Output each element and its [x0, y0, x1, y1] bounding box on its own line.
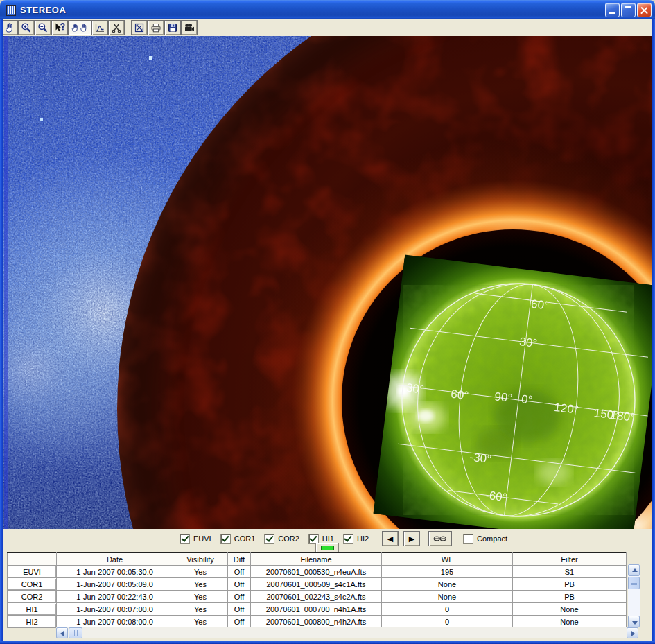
- titlebar[interactable]: STEREOA: [0, 0, 655, 19]
- print-button[interactable]: [148, 20, 164, 35]
- table-row-cor2: COR21-Jun-2007 00:22:43.0YesOff20070601_…: [8, 591, 627, 603]
- cell-cor2-date: 1-Jun-2007 00:22:43.0: [57, 591, 173, 603]
- window-border-bottom: [0, 641, 655, 644]
- cor1-checkbox[interactable]: [220, 534, 231, 544]
- pan-both-hands-button[interactable]: [68, 20, 91, 35]
- cell-euvi-wl: 195: [382, 566, 513, 578]
- column-header-filter: Filter: [513, 553, 627, 566]
- grid-label: 0°: [521, 392, 533, 407]
- scissors-icon: [111, 22, 122, 33]
- floppy-disk-icon: [167, 22, 178, 33]
- row-header-hi2[interactable]: HI2: [8, 616, 57, 628]
- vscroll-up-button[interactable]: [628, 564, 640, 576]
- table-hscrollbar[interactable]: [56, 627, 638, 638]
- hscroll-thumb[interactable]: [69, 627, 82, 638]
- column-header-filename: Filename: [251, 553, 382, 566]
- down-arrow-icon: [632, 621, 638, 625]
- hscroll-left-button[interactable]: [56, 627, 68, 638]
- cor1-label: COR1: [234, 534, 256, 543]
- vscroll-down-button[interactable]: [628, 616, 640, 627]
- table-corner: [8, 553, 57, 566]
- profile-plot-button[interactable]: [91, 20, 108, 35]
- minimize-icon: [609, 12, 615, 14]
- prev-frame-button[interactable]: ◀: [382, 531, 399, 546]
- vscroll-thumb[interactable]: [628, 577, 640, 589]
- row-header-cor1[interactable]: COR1: [8, 578, 57, 591]
- instrument-toggle-hi2[interactable]: HI2: [343, 534, 369, 544]
- expand-box-icon: [134, 22, 145, 33]
- cor2-label: COR2: [278, 534, 299, 543]
- pan-hand-button[interactable]: [1, 20, 18, 35]
- row-header-cor2[interactable]: COR2: [8, 591, 57, 603]
- grid-label: -30°: [469, 451, 492, 467]
- chain-link-button[interactable]: [428, 531, 452, 546]
- save-button[interactable]: [164, 20, 181, 35]
- minimize-button[interactable]: [605, 3, 620, 17]
- close-button[interactable]: [637, 3, 652, 17]
- composite-solar-image[interactable]: 60°30°90°0°-30°-60°30°60°120°150°180°: [3, 36, 652, 529]
- movie-button[interactable]: [181, 20, 198, 35]
- right-arrow-icon: [631, 631, 635, 636]
- grid-label: 90°: [494, 390, 513, 405]
- check-icon: [181, 534, 189, 542]
- hscroll-right-button[interactable]: [627, 627, 638, 638]
- grid-label: 60°: [450, 388, 469, 403]
- cell-hi2-filename: 20070601_000800_n4h2A.fts: [251, 616, 382, 628]
- table-row-hi1: HI11-Jun-2007 00:07:00.0YesOff20070601_0…: [8, 603, 627, 616]
- grid-label: 30°: [518, 335, 538, 350]
- row-header-hi1[interactable]: HI1: [8, 603, 57, 616]
- cell-hi2-date: 1-Jun-2007 00:08:00.0: [57, 616, 173, 628]
- cell-cor2-visibility: Yes: [173, 591, 228, 603]
- stereoa-window: STEREOA: [0, 0, 655, 644]
- arrow-question-icon: [54, 22, 65, 33]
- hand-icon: [4, 22, 15, 33]
- compact-checkbox[interactable]: [463, 534, 473, 544]
- vscroll-grip: [631, 582, 637, 585]
- window-border-left: [0, 19, 3, 641]
- context-help-button[interactable]: [51, 20, 68, 35]
- magnifier-minus-icon: [37, 22, 49, 33]
- instrument-toggle-cor1[interactable]: COR1: [220, 534, 256, 544]
- toolbar: [0, 19, 655, 36]
- instrument-toggle-cor2[interactable]: COR2: [264, 534, 299, 544]
- check-icon: [265, 534, 273, 542]
- hi2-checkbox[interactable]: [343, 534, 353, 544]
- cell-hi1-filename: 20070601_000700_n4h1A.fts: [251, 603, 382, 616]
- cell-euvi-visibility: Yes: [173, 566, 228, 578]
- cell-euvi-filename: 20070601_000530_n4euA.fts: [251, 566, 382, 578]
- chain-links-icon: [433, 535, 447, 542]
- cell-euvi-date: 1-Jun-2007 00:05:30.0: [57, 566, 173, 578]
- magnifier-plus-icon: [21, 22, 32, 33]
- up-arrow-icon: [632, 568, 638, 572]
- cell-hi1-diff: Off: [228, 603, 251, 616]
- zoom-out-button[interactable]: [35, 20, 51, 35]
- toolbar-separator: [125, 20, 131, 35]
- cell-cor2-diff: Off: [228, 591, 251, 603]
- cell-hi1-visibility: Yes: [173, 603, 228, 616]
- instrument-toggle-euvi[interactable]: EUVI: [180, 534, 211, 544]
- frame-indicator[interactable]: [315, 543, 339, 552]
- window-title: STEREOA: [20, 5, 66, 15]
- cell-hi2-filter: None: [513, 616, 627, 628]
- compact-toggle[interactable]: Compact: [463, 534, 507, 544]
- frame-indicator-bar: [321, 546, 334, 550]
- cell-hi2-wl: 0: [382, 616, 513, 628]
- hi1-label: HI1: [322, 534, 334, 543]
- printer-icon: [150, 22, 161, 33]
- next-frame-button[interactable]: ▶: [403, 531, 420, 546]
- zoom-in-button[interactable]: [18, 20, 35, 35]
- column-header-visibility: Visibility: [173, 553, 228, 566]
- window-border-right: [652, 19, 655, 641]
- cell-cor1-date: 1-Jun-2007 00:05:09.0: [57, 578, 173, 591]
- cell-cor1-visibility: Yes: [173, 578, 228, 591]
- euvi-checkbox[interactable]: [180, 534, 190, 544]
- table-row-hi2: HI21-Jun-2007 00:08:00.0YesOff20070601_0…: [8, 616, 627, 628]
- cor2-checkbox[interactable]: [264, 534, 274, 544]
- cell-cor2-filter: PB: [513, 591, 627, 603]
- cut-button[interactable]: [108, 20, 125, 35]
- fit-window-button[interactable]: [131, 20, 148, 35]
- instrument-toggles: EUVICOR1COR2HI1HI2: [180, 534, 378, 544]
- cell-cor1-filename: 20070601_000509_s4c1A.fts: [251, 578, 382, 591]
- maximize-button[interactable]: [621, 3, 636, 17]
- row-header-euvi[interactable]: EUVI: [8, 566, 57, 578]
